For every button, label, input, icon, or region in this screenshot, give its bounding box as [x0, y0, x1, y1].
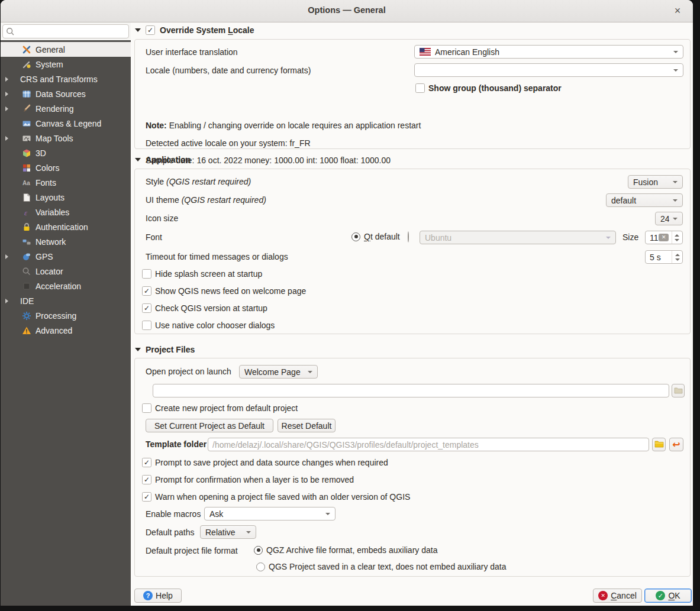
set-current-default-button[interactable]: Set Current Project as Default [146, 419, 273, 432]
sidebar-item-rendering[interactable]: Rendering [1, 101, 131, 116]
ui-translation-select[interactable]: American English [414, 45, 683, 59]
collapse-icon[interactable] [135, 158, 141, 161]
icon-size-select[interactable]: 24 [655, 212, 683, 225]
general-icon [22, 45, 31, 54]
qgz-radio-row[interactable]: QGZ Archive file format, embeds auxiliar… [254, 545, 437, 555]
enable-macros-select[interactable]: Ask [204, 507, 336, 521]
prompt-removal-checkbox[interactable]: ✓ [142, 475, 151, 484]
sidebar-item-authentication[interactable]: Authentication [1, 219, 131, 234]
reset-default-button[interactable]: Reset Default [278, 419, 336, 432]
font-size-label: Size [622, 232, 638, 242]
warn-older-version-checkbox-row[interactable]: ✓ Warn when opening a project file saved… [142, 492, 410, 502]
sidebar-item-general[interactable]: General [1, 42, 131, 57]
font-size-stepper[interactable]: 11 ✕ [645, 231, 683, 244]
launch-project-path-input[interactable] [153, 384, 669, 397]
font-family-select: Ubuntu [420, 231, 616, 244]
locator-icon [22, 267, 31, 276]
sidebar-item-map-tools[interactable]: Map Tools [1, 131, 131, 146]
open-project-select[interactable]: Welcome Page [239, 365, 318, 379]
sidebar-item-variables[interactable]: ε Variables [1, 205, 131, 219]
sidebar-item-layouts[interactable]: Layouts [1, 190, 131, 205]
expand-arrow-icon[interactable] [5, 299, 8, 303]
sidebar-item-advanced[interactable]: Advanced [1, 323, 131, 338]
advanced-icon [22, 326, 31, 335]
native-color-checkbox[interactable] [142, 321, 151, 330]
prompt-save-checkbox-row[interactable]: ✓ Prompt to save project and data source… [142, 458, 388, 467]
spin-up-icon [675, 234, 679, 237]
help-icon: ? [143, 591, 153, 600]
cancel-icon: ✕ [598, 591, 608, 600]
create-default-checkbox-row[interactable]: Create new project from default project [142, 403, 298, 413]
browse-template-button[interactable] [652, 438, 666, 451]
expand-arrow-icon[interactable] [5, 92, 8, 96]
clear-value-icon[interactable]: ✕ [659, 234, 669, 241]
prompt-removal-checkbox-row[interactable]: ✓ Prompt for confirmation when a layer i… [142, 475, 354, 484]
style-select[interactable]: Fusion [628, 175, 683, 189]
check-version-checkbox-row[interactable]: ✓ Check QGIS version at startup [142, 303, 267, 313]
application-section-header[interactable]: Application [135, 155, 191, 164]
sidebar-item-data-sources[interactable]: Data Sources [1, 86, 131, 101]
chevron-down-icon [673, 181, 678, 183]
expand-arrow-icon[interactable] [5, 77, 8, 82]
default-paths-select[interactable]: Relative [200, 525, 256, 539]
stepper-buttons[interactable] [672, 251, 682, 263]
sidebar-item-3d[interactable]: 3D [1, 146, 131, 160]
font-qt-default-radio-row[interactable]: Qt default [351, 232, 400, 241]
reset-template-button[interactable]: ↩ [669, 438, 683, 451]
sidebar: General System CRS and Transforms Data S… [1, 22, 131, 606]
qgs-format-radio[interactable] [256, 562, 265, 571]
news-feed-checkbox[interactable]: ✓ [142, 286, 151, 296]
locale-format-select[interactable] [414, 63, 683, 77]
processing-icon [22, 311, 31, 321]
collapse-icon[interactable] [135, 28, 141, 32]
help-button[interactable]: ? Help [134, 589, 182, 603]
qt-default-radio[interactable] [351, 232, 360, 241]
create-default-checkbox[interactable] [142, 403, 151, 413]
ui-theme-select[interactable]: default [606, 193, 683, 207]
sidebar-item-fonts[interactable]: Aa Fonts [1, 175, 131, 190]
sidebar-item-locator[interactable]: Locator [1, 264, 131, 279]
warn-older-version-checkbox[interactable]: ✓ [142, 492, 151, 502]
locale-section-header[interactable]: ✓ Override System Locale [135, 25, 254, 35]
browse-project-button[interactable] [672, 384, 685, 397]
hide-splash-checkbox-row[interactable]: Hide splash screen at startup [142, 269, 262, 279]
news-feed-checkbox-row[interactable]: ✓ Show QGIS news feed on welcome page [142, 286, 306, 296]
collapse-icon[interactable] [135, 348, 141, 351]
title-bar[interactable]: Options — General × [1, 0, 693, 22]
override-locale-checkbox[interactable]: ✓ [146, 25, 155, 35]
sidebar-item-system[interactable]: System [1, 57, 131, 72]
ok-button[interactable]: ✓ OK [644, 589, 692, 603]
timeout-stepper[interactable]: 5 s [645, 250, 683, 264]
icon-size-label: Icon size [146, 214, 178, 223]
native-color-checkbox-row[interactable]: Use native color chooser dialogs [142, 321, 275, 330]
stepper-buttons[interactable] [672, 231, 682, 244]
hide-splash-checkbox[interactable] [142, 269, 151, 279]
search-input[interactable] [17, 25, 127, 37]
expand-arrow-icon[interactable] [5, 136, 8, 141]
sidebar-item-colors[interactable]: Colors [1, 160, 131, 175]
ok-icon: ✓ [656, 591, 665, 600]
close-icon[interactable]: × [669, 3, 686, 20]
group-separator-checkbox[interactable] [415, 83, 425, 93]
check-version-checkbox[interactable]: ✓ [142, 303, 151, 313]
sidebar-item-network[interactable]: Network [1, 234, 131, 249]
prompt-save-checkbox[interactable]: ✓ [142, 458, 151, 467]
sidebar-item-gps[interactable]: GPS [1, 249, 131, 264]
project-files-section-header[interactable]: Project Files [135, 345, 195, 354]
sidebar-item-crs-and-transforms[interactable]: CRS and Transforms [1, 72, 131, 86]
expand-arrow-icon[interactable] [5, 254, 8, 259]
spin-down-icon [675, 239, 679, 241]
sidebar-item-acceleration[interactable]: Acceleration [1, 279, 131, 293]
custom-font-radio[interactable] [408, 231, 409, 243]
cancel-button[interactable]: ✕ Cancel [593, 589, 642, 603]
locale-format-label: Locale (numbers, date and currency forma… [146, 66, 311, 75]
expand-arrow-icon[interactable] [5, 106, 8, 111]
qgz-format-radio[interactable] [254, 546, 263, 555]
group-separator-checkbox-row[interactable]: Show group (thousand) separator [415, 83, 562, 93]
sidebar-item-ide[interactable]: IDE [1, 293, 131, 308]
variables-icon: ε [22, 208, 31, 217]
sidebar-item-processing[interactable]: Processing [1, 308, 131, 323]
qgs-radio-row[interactable]: QGS Project saved in a clear text, does … [256, 562, 507, 571]
sidebar-item-canvas-legend[interactable]: Canvas & Legend [1, 116, 131, 131]
us-flag-icon [420, 48, 431, 56]
